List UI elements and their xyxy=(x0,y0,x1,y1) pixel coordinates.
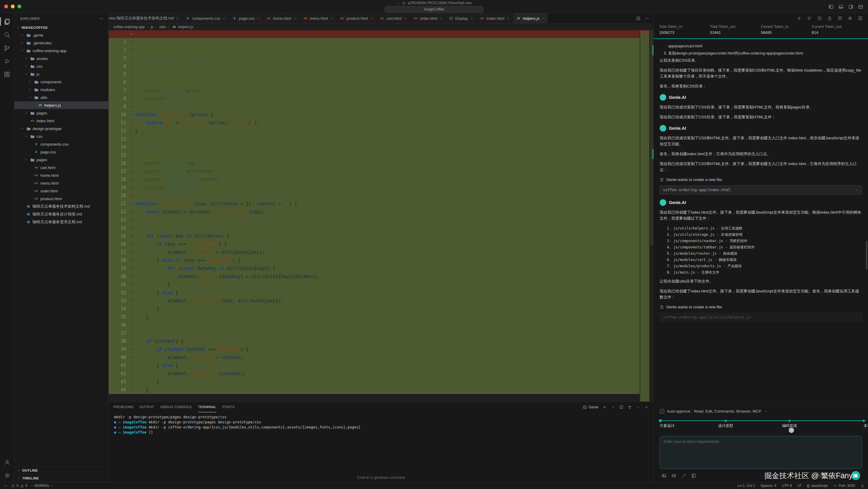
tree-item[interactable]: #page.css xyxy=(14,148,108,156)
tree-item[interactable]: .genierules xyxy=(14,39,108,47)
editor-tab[interactable]: <>menu.html xyxy=(300,13,337,23)
chat-scrollbar-thumb[interactable] xyxy=(866,241,867,269)
gallery-icon[interactable] xyxy=(671,473,677,478)
gear-icon[interactable] xyxy=(848,16,852,21)
tree-item[interactable]: <>index.html xyxy=(14,117,108,125)
panel-tab-debug-console[interactable]: DEBUG CONSOLE xyxy=(160,402,192,412)
tree-item[interactable]: M咖啡店点单服务需求文档.md xyxy=(14,218,108,226)
model-selector[interactable]: openai-compat-cl xyxy=(810,472,846,479)
prompt-input[interactable]: Enter your product requirements xyxy=(660,436,862,469)
chat-history[interactable]: app/pages/cart.html5. 复制design-prototype… xyxy=(654,39,868,406)
editor-tab[interactable]: <>home.html xyxy=(263,13,300,23)
plus-icon[interactable] xyxy=(602,405,607,409)
close-icon[interactable] xyxy=(176,17,179,20)
tree-item[interactable]: pages xyxy=(14,109,108,117)
sidebar-section-timeline[interactable]: TIMELINE xyxy=(14,474,108,482)
editor-scrollbar[interactable] xyxy=(650,30,653,402)
close-window-button[interactable] xyxy=(4,4,8,8)
editor-tab[interactable]: Mview 咖啡店点单服务技术架构文档.md xyxy=(108,13,182,23)
layout-customize-icon[interactable] xyxy=(858,4,863,9)
panel-tab-ports[interactable]: PORTS xyxy=(222,402,235,412)
tree-item[interactable]: <>product.html xyxy=(14,195,108,203)
close-icon[interactable] xyxy=(541,17,545,20)
more-icon[interactable] xyxy=(645,16,649,21)
code-content[interactable]: −1+/**2+ * 咖啡店点单服务 - 实用工具函数3+ */4+5+/**6… xyxy=(108,30,640,402)
layout-sidebar-right-icon[interactable] xyxy=(848,4,853,9)
close-icon[interactable] xyxy=(256,17,260,20)
problems-indicator[interactable]: 00 xyxy=(11,484,27,488)
file-path-select[interactable]: coffee-ordering-app/index.html xyxy=(660,185,862,195)
minimize-window-button[interactable] xyxy=(11,4,15,8)
split-panel-icon[interactable] xyxy=(858,16,863,21)
chevron-right-icon[interactable] xyxy=(765,410,768,413)
status-item[interactable]: UTF-8 xyxy=(782,484,792,488)
tree-item[interactable]: <>menu.html xyxy=(14,179,108,187)
close-icon[interactable] xyxy=(506,17,510,20)
breadcrumb-item[interactable]: utils xyxy=(159,25,165,29)
stop-generation-button[interactable] xyxy=(851,471,860,480)
close-icon[interactable] xyxy=(439,17,443,20)
scrollbar-thumb[interactable] xyxy=(650,30,653,246)
tree-item[interactable]: components xyxy=(14,78,108,86)
more-actions-icon[interactable] xyxy=(99,17,103,21)
close-icon[interactable] xyxy=(293,17,297,20)
tree-item[interactable]: assets xyxy=(14,55,108,62)
zoom-window-button[interactable] xyxy=(18,4,21,8)
stage-label[interactable]: 方案设计 xyxy=(660,423,675,429)
tree-item[interactable]: <>cart.html xyxy=(14,164,108,171)
history-icon[interactable] xyxy=(817,16,822,21)
activity-explorer[interactable] xyxy=(0,15,14,28)
editor-tab[interactable]: <>order.html xyxy=(410,13,446,23)
editor-tab[interactable]: <>index.html xyxy=(477,13,513,23)
editor-tab[interactable]: #page.css xyxy=(229,13,263,23)
command-center[interactable]: imageCoffee xyxy=(384,6,484,12)
sidebar-section-outline[interactable]: OUTLINE xyxy=(14,466,108,474)
terminal-output[interactable]: mkdir -p design-prototype/pages design-p… xyxy=(108,412,653,474)
close-icon[interactable] xyxy=(330,17,334,20)
breadcrumb-item[interactable]: helpers.js xyxy=(178,25,193,29)
tree-item[interactable]: modules xyxy=(14,86,108,93)
editor-tab[interactable]: <>cart.html xyxy=(376,13,410,23)
status-item[interactable]: Spaces: 4 xyxy=(761,484,776,488)
activity-run-debug[interactable] xyxy=(0,55,14,68)
file-path-select[interactable]: coffee-ordering-app/js/utils/helpers.js xyxy=(660,313,862,322)
tree-item[interactable]: <>home.html xyxy=(14,171,108,179)
layout-sidebar-left-icon[interactable] xyxy=(829,4,834,9)
close-icon[interactable] xyxy=(644,405,649,409)
layout-panel-icon[interactable] xyxy=(838,4,843,9)
editor-tab[interactable]: #components.css xyxy=(182,13,229,23)
tree-item[interactable]: .genie xyxy=(14,31,108,39)
tree-item[interactable]: coffee-ordering-app xyxy=(14,47,108,55)
panel-tab-problems[interactable]: PROBLEMS xyxy=(114,402,133,412)
notes-icon[interactable] xyxy=(807,16,812,21)
tree-item[interactable]: css xyxy=(14,62,108,70)
back-icon[interactable] xyxy=(396,1,400,5)
minimap[interactable] xyxy=(640,30,653,402)
tree-item[interactable]: #components.css xyxy=(14,140,108,148)
editor-tab[interactable]: Display xyxy=(446,13,477,23)
workspace-root-row[interactable]: IMAGECOFFEE xyxy=(14,24,108,31)
activity-source-control[interactable] xyxy=(0,41,14,55)
stage-slider-handle[interactable] xyxy=(789,428,794,433)
activity-account[interactable] xyxy=(0,456,14,469)
tree-item[interactable]: M咖啡店点单服务设计简报.md xyxy=(14,210,108,218)
stage-label[interactable]: 设计原型 xyxy=(718,423,733,429)
chevron-down-icon[interactable] xyxy=(611,405,615,409)
split-panel-icon[interactable] xyxy=(619,405,623,409)
activity-search[interactable] xyxy=(0,28,14,41)
panel-tab-output[interactable]: OUTPUT xyxy=(140,402,154,412)
book-icon[interactable] xyxy=(837,16,842,21)
breadcrumb-item[interactable]: js xyxy=(151,25,154,29)
status-item[interactable]: Port: 3000 xyxy=(833,484,855,488)
stage-track[interactable] xyxy=(660,421,866,421)
status-item[interactable]: LF xyxy=(797,484,802,488)
tree-item[interactable]: js xyxy=(14,70,108,78)
editor-tab[interactable]: JShelpers.js xyxy=(513,13,548,23)
plus-icon[interactable] xyxy=(797,16,802,21)
close-icon[interactable] xyxy=(370,17,373,20)
status-item[interactable] xyxy=(861,484,864,488)
panel-tab-terminal[interactable]: TERMINAL xyxy=(198,402,216,412)
chevron-up-icon[interactable] xyxy=(636,405,640,409)
close-icon[interactable] xyxy=(222,17,226,20)
stage-label[interactable]: 编码实现 xyxy=(782,423,797,429)
